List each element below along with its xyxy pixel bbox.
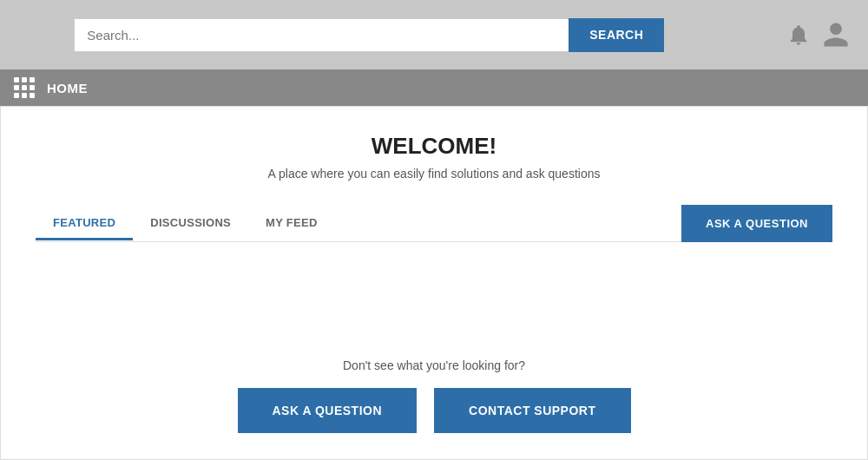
welcome-title: WELCOME! bbox=[372, 133, 496, 160]
tabs-row: FEATURED DISCUSSIONS MY FEED ASK A QUEST… bbox=[36, 205, 832, 242]
grid-dot bbox=[30, 93, 35, 98]
notification-button[interactable] bbox=[786, 23, 811, 47]
header-icons bbox=[786, 20, 851, 49]
nav-home-label: HOME bbox=[47, 81, 88, 95]
main-content: WELCOME! A place where you can easily fi… bbox=[0, 106, 868, 460]
grid-dot bbox=[14, 85, 19, 90]
user-icon bbox=[821, 20, 851, 49]
grid-dot bbox=[22, 85, 27, 90]
tab-featured[interactable]: FEATURED bbox=[36, 207, 133, 240]
search-wrapper: SEARCH bbox=[74, 18, 664, 52]
ask-question-top-button[interactable]: ASK A QUESTION bbox=[681, 205, 832, 242]
header: SEARCH bbox=[0, 0, 868, 69]
user-button[interactable] bbox=[821, 20, 851, 49]
bottom-buttons: ASK A QUESTION CONTACT SUPPORT bbox=[238, 388, 631, 433]
grid-menu-icon[interactable] bbox=[14, 77, 35, 98]
grid-dot bbox=[30, 77, 35, 82]
search-input[interactable] bbox=[74, 18, 569, 52]
tab-my-feed[interactable]: MY FEED bbox=[248, 207, 335, 240]
welcome-subtitle: A place where you can easily find soluti… bbox=[268, 167, 601, 181]
bottom-section: Don't see what you're looking for? ASK A… bbox=[36, 332, 832, 433]
grid-dot bbox=[22, 77, 27, 82]
grid-dot bbox=[30, 85, 35, 90]
contact-support-button[interactable]: CONTACT SUPPORT bbox=[434, 388, 630, 433]
bell-icon bbox=[786, 23, 811, 47]
grid-dot bbox=[14, 93, 19, 98]
ask-question-bottom-button[interactable]: ASK A QUESTION bbox=[238, 388, 418, 433]
navbar: HOME bbox=[0, 69, 868, 106]
looking-for-text: Don't see what you're looking for? bbox=[343, 358, 525, 372]
search-button[interactable]: SEARCH bbox=[569, 18, 664, 52]
grid-dot bbox=[14, 77, 19, 82]
grid-dot bbox=[22, 93, 27, 98]
tabs-container: FEATURED DISCUSSIONS MY FEED bbox=[36, 207, 681, 240]
tab-discussions[interactable]: DISCUSSIONS bbox=[133, 207, 248, 240]
